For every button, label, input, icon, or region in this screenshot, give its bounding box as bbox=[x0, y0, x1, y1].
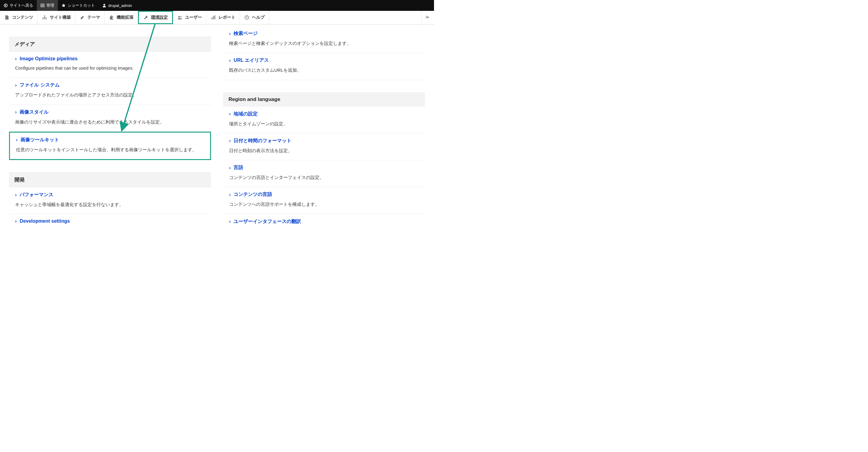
toolbar-reports[interactable]: レポート bbox=[207, 11, 240, 24]
svg-point-0 bbox=[4, 4, 7, 7]
chevron-right-icon: › bbox=[229, 58, 230, 63]
user-menu[interactable]: drupal_admin bbox=[98, 0, 135, 11]
config-file-system-link[interactable]: ファイル システム bbox=[20, 82, 59, 88]
chevron-right-icon: › bbox=[15, 83, 17, 88]
config-development-settings: › Development settings bbox=[9, 214, 211, 226]
user-icon bbox=[102, 3, 106, 7]
svg-rect-3 bbox=[40, 7, 44, 7]
svg-point-7 bbox=[44, 19, 45, 20]
section-region-language: Region and language bbox=[223, 92, 425, 107]
toolbar-help[interactable]: ヘルプ bbox=[240, 11, 269, 24]
people-icon bbox=[177, 15, 183, 20]
section-development: 開発 bbox=[9, 172, 211, 187]
svg-rect-12 bbox=[213, 16, 214, 20]
back-to-site-label: サイトへ戻る bbox=[10, 3, 33, 8]
admin-topbar: サイトへ戻る 管理 ショートカット drupal_admin bbox=[0, 0, 434, 11]
toolbar-content-label: コンテンツ bbox=[12, 15, 33, 20]
config-datetime: › 日付と時間のフォーマット 日付と時刻の表示方法を設定。 bbox=[223, 133, 425, 160]
config-performance-desc: キャッシュと帯域幅を最適化する設定を行ないます。 bbox=[15, 201, 205, 208]
chevron-right-icon: › bbox=[15, 56, 17, 62]
chevron-right-icon: › bbox=[15, 219, 17, 224]
svg-rect-13 bbox=[215, 15, 216, 19]
paint-icon bbox=[80, 15, 85, 20]
config-url-aliases-link[interactable]: URL エイリアス bbox=[234, 57, 269, 64]
svg-point-5 bbox=[44, 15, 45, 17]
config-url-aliases-desc: 既存のパスにカスタムURLを追加。 bbox=[229, 67, 419, 73]
config-content-language-desc: コンテンツへの言語サポートを構成します。 bbox=[229, 201, 419, 207]
toolbar-people-label: ユーザー bbox=[185, 15, 202, 20]
config-file-system-desc: アップロードされたファイルの場所とアクセス方法の設定。 bbox=[15, 91, 205, 98]
puzzle-icon bbox=[109, 15, 114, 20]
config-ui-translation: › ユーザーインタフェースの翻訳 翻訳ファイルのインポートの構成、翻訳インターフ… bbox=[223, 214, 425, 226]
config-language-link[interactable]: 言語 bbox=[234, 164, 243, 171]
toolbar-configuration-label: 環境設定 bbox=[151, 15, 168, 20]
document-icon bbox=[4, 15, 10, 20]
chevron-right-icon: › bbox=[229, 111, 230, 117]
back-to-site-link[interactable]: サイトへ戻る bbox=[0, 0, 37, 11]
config-image-toolkit-link[interactable]: 画像ツールキット bbox=[21, 137, 59, 143]
toolbar-appearance[interactable]: テーマ bbox=[75, 11, 104, 24]
toolbar-appearance-label: テーマ bbox=[87, 15, 100, 20]
config-regional: › 地域の設定 場所とタイムゾーンの設定。 bbox=[223, 107, 425, 133]
config-content-language: › コンテンツの言語 コンテンツへの言語サポートを構成します。 bbox=[223, 187, 425, 214]
toolbar-content[interactable]: コンテンツ bbox=[0, 11, 38, 24]
config-ui-translation-link[interactable]: ユーザーインタフェースの翻訳 bbox=[234, 219, 301, 225]
svg-rect-11 bbox=[212, 18, 213, 19]
svg-point-4 bbox=[103, 4, 105, 5]
chevron-right-icon: › bbox=[229, 138, 230, 143]
chevron-right-icon: › bbox=[229, 165, 230, 170]
toolbar-extend-label: 機能拡張 bbox=[117, 15, 133, 20]
config-image-optimize: › Image Optimize pipelines Configure pip… bbox=[9, 52, 211, 78]
toolbar-configuration[interactable]: 環境設定 bbox=[138, 11, 173, 24]
svg-rect-1 bbox=[40, 4, 44, 4]
svg-rect-2 bbox=[40, 5, 44, 6]
toolbar-structure-label: サイト構築 bbox=[50, 15, 71, 20]
config-regional-desc: 場所とタイムゾーンの設定。 bbox=[229, 120, 419, 127]
config-col-left: メディア › Image Optimize pipelines Configur… bbox=[9, 24, 211, 226]
wrench-icon bbox=[143, 15, 149, 20]
chevron-right-icon: › bbox=[229, 31, 230, 36]
user-name: drupal_admin bbox=[108, 3, 132, 8]
config-image-styles: › 画像スタイル 画像のリサイズや表示域に適合させるために利用できるスタイルを設… bbox=[9, 105, 211, 132]
config-image-styles-link[interactable]: 画像スタイル bbox=[20, 109, 49, 116]
chevron-right-icon: › bbox=[15, 192, 17, 198]
config-development-settings-link[interactable]: Development settings bbox=[20, 219, 70, 224]
config-datetime-link[interactable]: 日付と時間のフォーマット bbox=[234, 138, 291, 144]
config-col-right: › 検索ページ 検索ページと検索インデックスのオプションを設定します。 › UR… bbox=[223, 24, 425, 226]
config-url-aliases: › URL エイリアス 既存のパスにカスタムURLを追加。 bbox=[223, 53, 425, 80]
hamburger-icon bbox=[40, 3, 44, 7]
toolbar-help-label: ヘルプ bbox=[252, 15, 265, 20]
chevron-right-icon: › bbox=[229, 219, 230, 224]
toolbar-people[interactable]: ユーザー bbox=[173, 11, 207, 24]
config-language-desc: コンテンツの言語とインターフェイスの設定。 bbox=[229, 174, 419, 181]
config-search-pages-link[interactable]: 検索ページ bbox=[234, 30, 258, 37]
chevron-right-icon: › bbox=[229, 192, 230, 197]
config-regional-link[interactable]: 地域の設定 bbox=[234, 111, 258, 117]
config-datetime-desc: 日付と時刻の表示方法を設定。 bbox=[229, 147, 419, 154]
admin-toolbar: コンテンツ サイト構築 テーマ 機能拡張 環境設定 ユーザー レポート bbox=[0, 11, 434, 24]
config-file-system: › ファイル システム アップロードされたファイルの場所とアクセス方法の設定。 bbox=[9, 78, 211, 104]
svg-point-8 bbox=[46, 19, 47, 20]
help-icon bbox=[244, 15, 250, 20]
back-arrow-icon bbox=[4, 3, 8, 7]
config-image-optimize-desc: Configure pipelines that can be used for… bbox=[15, 64, 205, 71]
config-page: メディア › Image Optimize pipelines Configur… bbox=[0, 24, 434, 226]
svg-point-6 bbox=[42, 19, 44, 20]
config-performance-link[interactable]: パフォーマンス bbox=[20, 192, 53, 198]
config-image-toolkit-desc: 任意のツールキットをインストールした場合、利用する画像ツールキットを選択します。 bbox=[16, 146, 204, 153]
config-content-language-link[interactable]: コンテンツの言語 bbox=[234, 191, 272, 198]
chevron-right-icon: › bbox=[15, 109, 17, 115]
toolbar-extend[interactable]: 機能拡張 bbox=[104, 11, 138, 24]
toolbar-structure[interactable]: サイト構築 bbox=[38, 11, 75, 24]
section-media: メディア bbox=[9, 36, 211, 52]
config-search-pages-desc: 検索ページと検索インデックスのオプションを設定します。 bbox=[229, 40, 419, 47]
chevron-right-icon: › bbox=[16, 137, 18, 142]
config-language: › 言語 コンテンツの言語とインターフェイスの設定。 bbox=[223, 160, 425, 187]
manage-toggle[interactable]: 管理 bbox=[37, 0, 58, 11]
collapse-left-icon bbox=[426, 15, 430, 21]
config-image-styles-desc: 画像のリサイズや表示域に適合させるために利用できるスタイルを設定。 bbox=[15, 119, 205, 125]
config-performance: › パフォーマンス キャッシュと帯域幅を最適化する設定を行ないます。 bbox=[9, 187, 211, 214]
config-image-optimize-link[interactable]: Image Optimize pipelines bbox=[20, 56, 78, 62]
toolbar-orientation-toggle[interactable] bbox=[421, 11, 434, 24]
shortcuts-link[interactable]: ショートカット bbox=[58, 0, 98, 11]
